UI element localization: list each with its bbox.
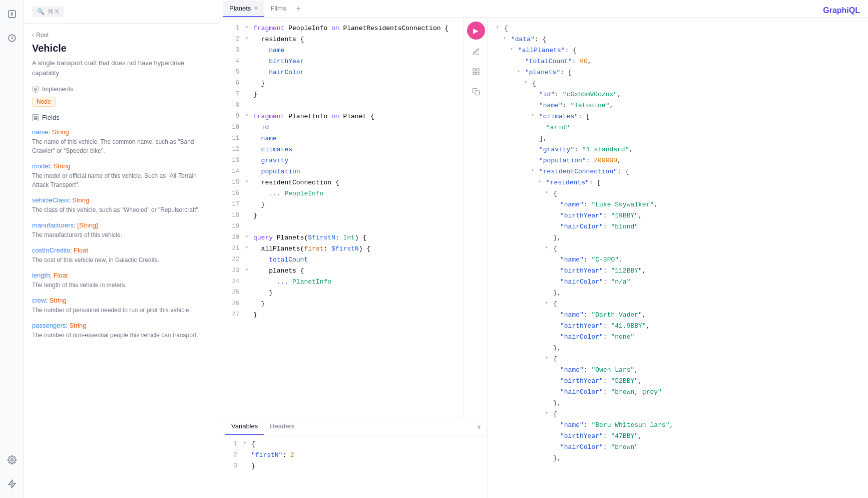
result-line-0: ▾{: [496, 24, 860, 35]
line-number: 12: [225, 145, 239, 154]
json-toggle: [531, 145, 538, 153]
json-toggle: [552, 277, 559, 285]
line-number: 5: [225, 68, 239, 77]
line-toggle[interactable]: ▾: [245, 244, 251, 252]
line-toggle[interactable]: ▾: [245, 266, 251, 274]
line-content: planets {: [253, 266, 458, 277]
json-toggle[interactable]: ▾: [517, 68, 524, 76]
var-line-2: 2 "firstN": 2: [225, 450, 482, 461]
line-toggle[interactable]: ▾: [245, 178, 251, 186]
result-line-24: },: [496, 288, 860, 299]
breadcrumb[interactable]: ‹ Root: [32, 32, 211, 39]
line-content: id: [253, 123, 458, 133]
var-line-3: 3 }: [225, 461, 482, 472]
field-name-link[interactable]: model: [32, 162, 50, 170]
json-toggle[interactable]: ▾: [545, 299, 552, 307]
document-icon[interactable]: [4, 6, 20, 22]
result-line-26: "name": "Darth Vader",: [496, 310, 860, 321]
plugin-icon[interactable]: [4, 476, 20, 492]
line-toggle[interactable]: ▾: [245, 233, 251, 241]
json-content: "name": "Luke Skywalker",: [560, 200, 658, 210]
line-number: 20: [225, 233, 239, 242]
json-toggle: [538, 123, 545, 131]
line-content: }: [253, 79, 458, 89]
field-name-link[interactable]: vehicleClass: [32, 196, 69, 204]
line-toggle[interactable]: ▾: [245, 35, 251, 43]
variables-tab-headers[interactable]: Headers: [264, 418, 300, 435]
line-number: 22: [225, 255, 239, 265]
variables-collapse-button[interactable]: ∨: [477, 423, 482, 430]
line-toggle[interactable]: ▾: [245, 112, 251, 120]
run-button[interactable]: ▶: [467, 22, 485, 40]
code-line-16: 16 ... PeopleInfo: [219, 189, 464, 200]
svg-marker-6: [9, 480, 16, 488]
json-toggle[interactable]: ▾: [531, 167, 538, 175]
var-toggle[interactable]: ▾: [243, 439, 249, 447]
copy-button[interactable]: [468, 84, 484, 100]
code-line-17: 17 }: [219, 200, 464, 211]
json-toggle[interactable]: ▾: [496, 24, 503, 32]
field-name-link[interactable]: passengers: [32, 322, 66, 329]
result-line-37: "birthYear": "47BBY",: [496, 431, 860, 442]
variables-tab-variables[interactable]: Variables: [225, 418, 264, 435]
search-icon: 🔍: [37, 8, 45, 15]
json-toggle: [545, 453, 552, 461]
add-tab-button[interactable]: +: [292, 0, 304, 17]
field-name-link[interactable]: name: [32, 128, 49, 136]
json-content: },: [553, 398, 561, 409]
result-line-1: ▾"data": {: [496, 35, 860, 46]
settings-icon[interactable]: [4, 452, 20, 468]
variables-editor[interactable]: 1 ▾ { 2 "firstN": 2 3 }: [219, 435, 488, 498]
json-content: "name": "Owen Lars",: [560, 365, 638, 376]
field-name-link[interactable]: crew: [32, 297, 46, 304]
field-name-link[interactable]: length: [32, 272, 50, 279]
json-toggle[interactable]: ▾: [510, 46, 517, 54]
code-line-24: 24 ... PlanetInfo: [219, 277, 464, 288]
result-line-12: "population": 200000,: [496, 156, 860, 167]
line-number: 27: [225, 310, 239, 320]
json-toggle[interactable]: ▾: [524, 79, 531, 87]
json-toggle[interactable]: ▾: [545, 409, 552, 417]
field-desc-crew: The number of personnel needed to run or…: [32, 306, 211, 315]
result-line-6: "id": "cGxhbmV0czox",: [496, 90, 860, 101]
tab-close-button[interactable]: ✕: [254, 5, 258, 12]
json-toggle: [552, 420, 559, 428]
json-toggle[interactable]: ▾: [545, 189, 552, 197]
tab-planets[interactable]: Planets✕: [223, 1, 264, 17]
code-line-2: 2 ▾ residents {: [219, 35, 464, 46]
history-icon[interactable]: [4, 30, 20, 46]
line-toggle[interactable]: ▾: [245, 24, 251, 32]
result-line-27: "birthYear": "41.9BBY",: [496, 321, 860, 332]
json-content: },: [553, 343, 561, 354]
fields-list: name: String The name of this vehicle. T…: [32, 128, 211, 340]
field-item-passengers: passengers: String The number of non-ess…: [32, 322, 211, 340]
field-name-link[interactable]: manufacturers: [32, 221, 74, 229]
explorer-button[interactable]: [468, 64, 484, 80]
search-bar[interactable]: 🔍 ⌘ K: [32, 6, 64, 17]
result-line-21: "name": "C-3PO",: [496, 255, 860, 266]
tab-label: Films: [270, 5, 286, 12]
json-toggle[interactable]: ▾: [545, 354, 552, 362]
json-toggle[interactable]: ▾: [503, 35, 510, 43]
implements-icon: ⊕: [32, 86, 39, 93]
prettify-button[interactable]: [468, 44, 484, 60]
variable-tabs: VariablesHeaders: [225, 418, 300, 435]
field-name-link[interactable]: costInCredits: [32, 246, 70, 254]
result-line-10: ],: [496, 134, 860, 145]
line-number: 24: [225, 277, 239, 287]
json-toggle[interactable]: ▾: [538, 178, 545, 186]
field-desc-passengers: The number of non-essential people this …: [32, 331, 211, 340]
line-number: 17: [225, 200, 239, 209]
tab-films[interactable]: Films: [264, 1, 292, 17]
json-toggle: [552, 310, 559, 318]
line-content: }: [253, 211, 458, 221]
node-tag[interactable]: Node: [32, 97, 56, 107]
code-editor[interactable]: 1 ▾ fragment PeopleInfo on PlanetResiden…: [219, 18, 464, 418]
json-toggle[interactable]: ▾: [545, 244, 552, 252]
json-toggle: [552, 266, 559, 274]
code-line-7: 7 }: [219, 90, 464, 101]
line-content: }: [253, 299, 458, 310]
json-toggle[interactable]: ▾: [531, 112, 538, 120]
json-content: "residents": [: [546, 178, 601, 188]
sidebar-toolbar: 🔍 ⌘ K: [24, 0, 219, 24]
